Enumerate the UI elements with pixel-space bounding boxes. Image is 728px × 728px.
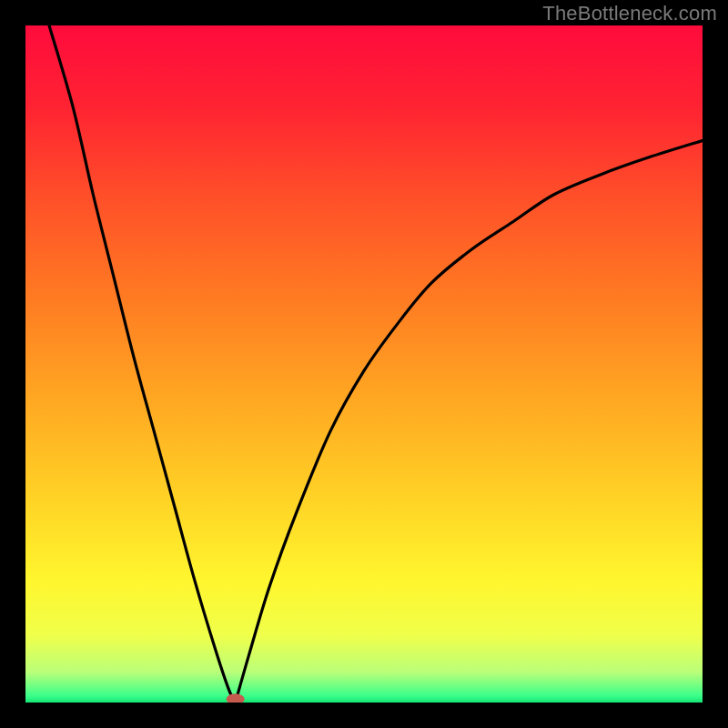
chart-frame: TheBottleneck.com <box>0 0 728 728</box>
plot-area <box>25 25 703 703</box>
bottleneck-chart <box>25 25 703 703</box>
gradient-background <box>25 25 703 703</box>
watermark-text: TheBottleneck.com <box>542 2 717 25</box>
